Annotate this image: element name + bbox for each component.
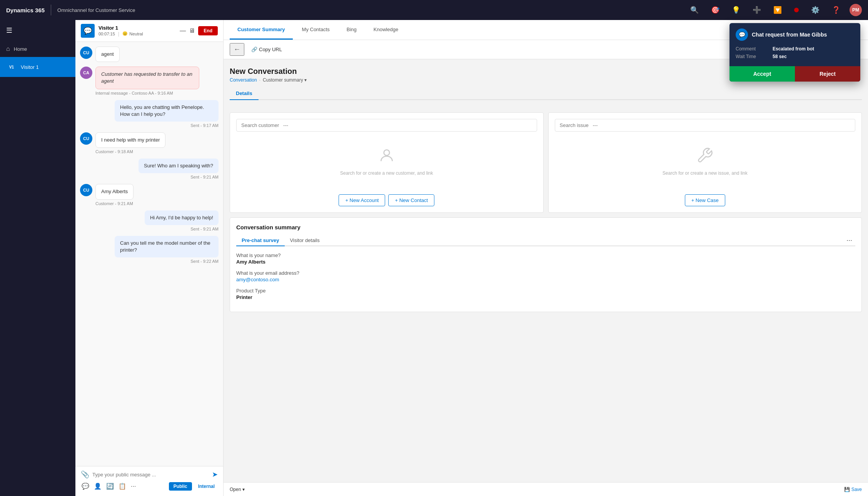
popup-comment-value: Escalated from bot [773,46,814,52]
tool-btn-more[interactable]: ··· [130,482,137,491]
public-tab-button[interactable]: Public [169,482,192,491]
chat-messages: CU agent CA Customer has requested to tr… [75,42,223,466]
sentiment-label: Neutral [129,32,143,36]
accept-button[interactable]: Accept [729,66,795,82]
content-body: Search for or create a new customer, and… [224,106,868,482]
message-content: I need help with my printer Customer - 9… [95,132,165,154]
message-content: Hi Amy, I'd be happy to help! Sent - 9:2… [145,210,219,231]
popup-body: Comment Escalated from bot Wait Time 58 … [729,46,860,66]
message-bubble: Hello, you are chatting with Penelope. H… [115,100,219,122]
ideas-icon[interactable]: 💡 [729,4,743,16]
reject-button[interactable]: Reject [795,66,860,82]
sidebar-item-visitor1[interactable]: V1 Visitor 1 [0,57,75,77]
help-icon[interactable]: ❓ [829,4,843,16]
search-icon[interactable]: 🔍 [687,4,702,16]
conversation-info: Visitor 1 00:07:15 | 😐 Neutral [98,25,143,37]
message-avatar: CU [80,47,92,59]
sidebar-item-home-label: Home [14,46,27,52]
filter-icon[interactable]: 🔽 [770,4,785,16]
summary-tabs: Pre-chat survey Visitor details ··· [236,235,855,246]
internal-tab-button[interactable]: Internal [195,482,218,491]
popup-title: Chat request from Mae Gibbs [752,32,827,38]
end-button[interactable]: End [198,26,218,35]
tool-btn-2[interactable]: 👤 [93,482,102,491]
message-time: Internal message - Contoso AA - 9:16 AM [95,91,199,95]
user-avatar[interactable]: PM [850,4,862,16]
two-col-layout: Search for or create a new customer, and… [230,112,862,213]
message-row: Hello, you are chatting with Penelope. H… [80,100,219,128]
sub-tab-details[interactable]: Details [230,87,259,100]
chat-input[interactable] [92,472,209,478]
tab-customer-summary[interactable]: Customer Summary [230,20,293,40]
visitor-name: Visitor 1 [98,25,143,31]
tool-btn-4[interactable]: 📋 [118,482,127,491]
sentiment-indicator: 😐 Neutral [122,31,143,36]
customer-card: Search for or create a new customer, and… [230,112,544,213]
message-bubble: agent [95,47,120,62]
search-customer-input[interactable] [236,119,537,132]
popup-comment-row: Comment Escalated from bot [736,46,854,52]
message-time: Sent - 9:21 AM [139,175,219,179]
popup-waittime-label: Wait Time [736,54,766,59]
save-label: Save [851,487,862,492]
copy-url-button[interactable]: 🔗 Copy URL [247,45,286,54]
new-contact-button[interactable]: + New Contact [388,194,434,206]
send-icon[interactable]: ➤ [212,470,218,479]
add-icon[interactable]: ➕ [749,4,764,16]
sidebar-visitor-label: Visitor 1 [21,64,39,70]
chat-request-popup: 💬 Chat request from Mae Gibbs Comment Es… [729,23,860,82]
status-label: Open [230,487,241,492]
screen-icon[interactable]: 🖥 [189,27,195,34]
summary-more-button[interactable]: ··· [843,236,855,244]
tab-bing[interactable]: Bing [339,20,364,40]
new-account-button[interactable]: + New Account [339,194,385,206]
tab-my-contacts[interactable]: My Contacts [294,20,337,40]
save-icon: 💾 [844,487,850,492]
brand-logo: Dynamics 365 [6,7,45,13]
copy-url-icon: 🔗 [251,47,257,52]
status-dropdown[interactable]: Open ▾ [230,487,245,492]
message-row: Hi Amy, I'd be happy to help! Sent - 9:2… [80,210,219,231]
summary-tab-visitor-details[interactable]: Visitor details [285,235,325,246]
new-case-button[interactable]: + New Case [685,194,725,206]
sidebar-item-home[interactable]: ⌂ Home [0,41,75,57]
settings-icon[interactable]: ⚙️ [808,4,823,16]
attachment-icon[interactable]: 📎 [81,470,89,479]
issue-action-buttons: + New Case [555,194,856,206]
hamburger-menu[interactable]: ☰ [0,20,75,41]
notification-dot [794,8,799,12]
conversation-header: 💬 Visitor 1 00:07:15 | 😐 Neutral — [75,20,223,42]
nav-divider [51,5,51,15]
minimize-button[interactable]: — [180,27,186,34]
tab-knowledge[interactable]: Knowledge [366,20,406,40]
message-time: Customer - 9:18 AM [95,149,165,154]
svg-point-0 [384,150,389,155]
home-icon[interactable]: 🎯 [708,4,723,16]
message-content: Amy Alberts Customer - 9:21 AM [95,184,134,205]
tool-btn-3[interactable]: 🔄 [105,482,115,491]
summary-value-product: Printer [236,294,855,300]
customer-action-buttons: + New Account + New Contact [236,194,537,206]
message-content: Hello, you are chatting with Penelope. H… [115,100,219,128]
message-row: Sure! Who am I speaking with? Sent - 9:2… [80,159,219,179]
popup-actions: Accept Reject [729,66,860,82]
issue-card: Search for or create a new issue, and li… [548,112,862,213]
back-button[interactable]: ← [230,43,244,56]
summary-tab-pre-chat[interactable]: Pre-chat survey [236,235,285,246]
message-bubble: I need help with my printer [95,132,165,148]
save-button[interactable]: 💾 Save [844,487,862,492]
breadcrumb-summary[interactable]: Customer summary ▾ [263,77,307,83]
message-avatar: CU [80,132,92,145]
visitor-avatar: V1 [6,62,17,72]
popup-header: 💬 Chat request from Mae Gibbs [729,23,860,46]
message-avatar: CA [80,67,92,79]
message-bubble: Can you tell me the model number of the … [115,236,219,257]
breadcrumb-separator: · [259,77,260,83]
customer-empty-state: Search for or create a new customer, and… [236,138,537,191]
search-issue-input[interactable] [555,119,856,132]
tool-btn-1[interactable]: 💬 [81,482,90,491]
breadcrumb-conversation[interactable]: Conversation [230,77,257,83]
message-content: agent [95,47,120,62]
message-avatar: CU [80,184,92,196]
message-time: Sent - 9:17 AM [115,123,219,128]
